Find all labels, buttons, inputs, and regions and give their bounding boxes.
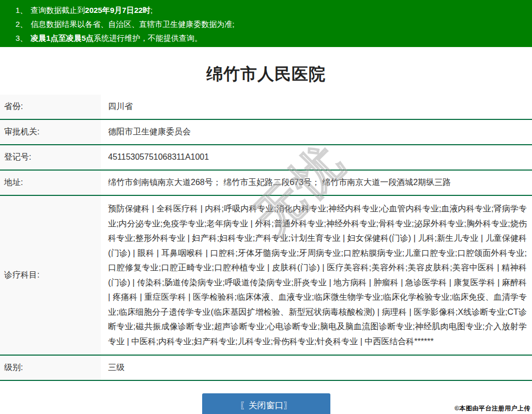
row-value: 45115305751068311A1001 — [101, 145, 532, 170]
row-value: 四川省 — [101, 95, 532, 119]
notice-text: ; — [150, 6, 153, 14]
table-row-medical-subjects: 诊疗科目: 预防保健科 | 全科医疗科 | 内科;呼吸内科专业;消化内科专业;神… — [0, 196, 532, 356]
notice-item: 2、信息数据结果以各省、自治区、直辖市卫生健康委数据为准; — [0, 17, 532, 31]
row-label: 级别: — [0, 356, 101, 380]
table-row-address: 地址: 绵竹市剑南镇南京大道268号； 绵竹市玉妃路二段673号； 绵竹市南京大… — [0, 171, 532, 196]
notice-text-bold: 凌晨1点至凌晨5点 — [31, 34, 94, 42]
notice-text: 信息数据结果以各省、自治区、直辖市卫生健康委数据为准; — [31, 20, 234, 28]
image-credit: ©本图由平台注册用户上传 — [454, 404, 530, 413]
notice-item: 1、查询数据截止到2025年9月7日22时; — [0, 3, 532, 17]
notice-item: 3、凌晨1点至凌晨5点系统进行维护，不能提供查询。 — [0, 31, 532, 45]
row-value: 德阳市卫生健康委员会 — [101, 120, 532, 144]
row-label: 审批机关: — [0, 120, 101, 144]
notice-banner: 1、查询数据截止到2025年9月7日22时; 2、信息数据结果以各省、自治区、直… — [0, 0, 532, 47]
notice-text: 查询数据截止到 — [31, 6, 85, 14]
close-window-button[interactable]: 〖关闭窗口〗 — [202, 393, 330, 414]
row-value: 三级 — [101, 356, 532, 380]
row-value: 预防保健科 | 全科医疗科 | 内科;呼吸内科专业;消化内科专业;神经内科专业;… — [101, 196, 532, 355]
notice-item-number: 2、 — [16, 20, 27, 28]
notice-text: 系统进行维护，不能提供查询。 — [94, 34, 202, 42]
page-title: 绵竹市人民医院 — [0, 47, 532, 95]
row-label: 省份: — [0, 95, 101, 119]
hospital-info-table: 省份: 四川省 审批机关: 德阳市卫生健康委员会 登记号: 4511530575… — [0, 95, 532, 381]
table-row-province: 省份: 四川省 — [0, 95, 532, 120]
row-label: 登记号: — [0, 145, 101, 170]
row-label: 诊疗科目: — [0, 196, 101, 355]
notice-item-number: 1、 — [16, 6, 27, 14]
row-value: 绵竹市剑南镇南京大道268号； 绵竹市玉妃路二段673号； 绵竹市南京大道一段酒… — [101, 171, 532, 195]
table-row-registration-number: 登记号: 45115305751068311A1001 — [0, 145, 532, 171]
table-row-approval-authority: 审批机关: 德阳市卫生健康委员会 — [0, 120, 532, 145]
table-row-level: 级别: 三级 — [0, 356, 532, 381]
notice-item-number: 3、 — [16, 34, 27, 42]
notice-text-bold: 2025年9月7日22时 — [85, 6, 150, 14]
row-label: 地址: — [0, 171, 101, 195]
